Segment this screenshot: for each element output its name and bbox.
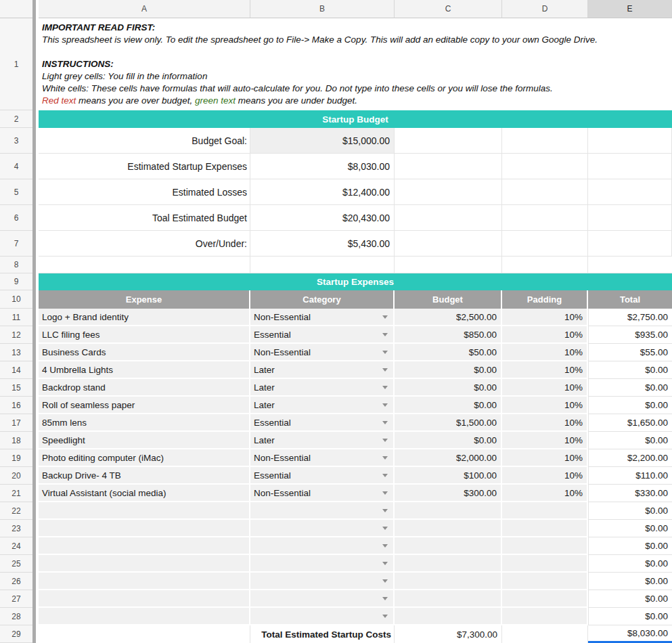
padding-cell[interactable]: 10% [502,449,588,467]
budget-label-cell[interactable]: Estimated Losses [39,179,250,205]
header-cell-padding[interactable]: Padding [502,290,588,309]
budget-value-cell[interactable]: $12,400.00 [250,179,395,205]
column-header-a[interactable]: A [39,0,250,18]
header-cell-expense[interactable]: Expense [39,290,250,309]
budget-total-cell[interactable]: $7,300.00 [395,625,502,643]
total-cell[interactable]: $0.00 [588,608,672,625]
total-cell[interactable]: $0.00 [588,379,672,397]
budget-value-cell[interactable]: $20,430.00 [250,205,395,231]
total-cell[interactable]: $0.00 [588,537,672,555]
total-cell[interactable]: $0.00 [588,590,672,608]
budget-amount-cell[interactable] [395,573,502,590]
empty-cell[interactable] [588,205,672,231]
empty-cell[interactable] [395,128,502,154]
total-cell[interactable]: $1,650.00 [588,414,672,432]
expense-name-cell[interactable] [39,555,250,573]
row-number[interactable]: 12 [0,326,32,344]
category-cell[interactable] [250,573,395,590]
empty-cell[interactable] [502,205,588,231]
padding-cell[interactable]: 10% [502,309,588,326]
dropdown-arrow-icon[interactable] [382,403,388,407]
dropdown-arrow-icon[interactable] [382,351,388,354]
padding-cell[interactable] [502,555,588,573]
budget-amount-cell[interactable]: $2,500.00 [395,309,502,326]
row-number[interactable]: 17 [0,414,32,432]
empty-cell[interactable] [502,179,588,205]
expense-name-cell[interactable] [39,537,250,555]
budget-label-cell[interactable]: Budget Goal: [39,128,250,154]
expense-name-cell[interactable] [39,608,250,625]
category-cell[interactable]: Essential [250,414,395,432]
empty-cell[interactable] [250,257,395,273]
category-cell[interactable] [250,537,395,555]
row-number[interactable]: 4 [0,154,32,179]
padding-cell[interactable]: 10% [502,326,588,344]
expense-name-cell[interactable]: Backup Drive- 4 TB [39,467,250,485]
row-number[interactable]: 15 [0,379,32,397]
expense-name-cell[interactable]: Photo editing computer (iMac) [39,449,250,467]
category-cell[interactable]: Non-Essential [250,344,395,361]
padding-cell[interactable] [502,537,588,555]
budget-amount-cell[interactable]: $300.00 [395,485,502,502]
dropdown-arrow-icon[interactable] [382,421,388,424]
budget-amount-cell[interactable]: $50.00 [395,344,502,361]
row-number[interactable]: 25 [0,555,32,573]
empty-cell[interactable] [588,231,672,257]
padding-cell[interactable]: 10% [502,344,588,361]
row-number[interactable]: 18 [0,432,32,449]
category-cell[interactable] [250,555,395,573]
budget-value-cell[interactable]: $8,030.00 [250,154,395,179]
empty-cell[interactable] [502,231,588,257]
empty-cell[interactable] [39,257,250,273]
empty-cell[interactable] [588,128,672,154]
expense-name-cell[interactable] [39,573,250,590]
total-cell[interactable]: $0.00 [588,432,672,449]
empty-cell[interactable] [502,257,588,273]
row-number[interactable]: 21 [0,485,32,502]
padding-cell[interactable] [502,520,588,537]
row-number[interactable]: 14 [0,361,32,379]
padding-cell[interactable]: 10% [502,432,588,449]
row-number[interactable]: 10 [0,290,32,309]
dropdown-arrow-icon[interactable] [382,456,388,460]
dropdown-arrow-icon[interactable] [382,439,388,442]
column-header-e-selected[interactable]: E [588,0,672,18]
padding-cell[interactable]: 10% [502,361,588,379]
row-number[interactable]: 13 [0,344,32,361]
row-number[interactable]: 27 [0,590,32,608]
row-number[interactable]: 20 [0,467,32,485]
total-cell[interactable]: $0.00 [588,520,672,537]
dropdown-arrow-icon[interactable] [382,315,388,319]
padding-cell[interactable]: 10% [502,397,588,414]
row-number[interactable]: 26 [0,573,32,590]
dropdown-arrow-icon[interactable] [382,527,388,530]
total-cell[interactable]: $55.00 [588,344,672,361]
dropdown-arrow-icon[interactable] [382,615,388,618]
expense-name-cell[interactable] [39,502,250,520]
padding-cell[interactable] [502,573,588,590]
row-number[interactable]: 23 [0,520,32,537]
row-number[interactable]: 3 [0,128,32,154]
expense-name-cell[interactable]: LLC filing fees [39,326,250,344]
category-cell[interactable]: Later [250,361,395,379]
column-header-c[interactable]: C [395,0,502,18]
budget-amount-cell[interactable]: $850.00 [395,326,502,344]
padding-cell[interactable]: 10% [502,485,588,502]
dropdown-arrow-icon[interactable] [382,386,388,389]
total-cell[interactable]: $330.00 [588,485,672,502]
expense-name-cell[interactable]: Roll of seamless paper [39,397,250,414]
header-cell-category[interactable]: Category [250,290,395,309]
budget-amount-cell[interactable] [395,590,502,608]
row-number[interactable]: 22 [0,502,32,520]
header-cell-total[interactable]: Total [588,290,672,309]
dropdown-arrow-icon[interactable] [382,333,388,336]
budget-value-cell[interactable]: $5,430.00 [250,231,395,257]
dropdown-arrow-icon[interactable] [382,491,388,495]
budget-amount-cell[interactable] [395,608,502,625]
empty-cell[interactable] [502,128,588,154]
column-header-b[interactable]: B [250,0,395,18]
empty-cell[interactable] [395,154,502,179]
dropdown-arrow-icon[interactable] [382,509,388,512]
empty-cell[interactable] [395,205,502,231]
total-cell[interactable]: $110.00 [588,467,672,485]
